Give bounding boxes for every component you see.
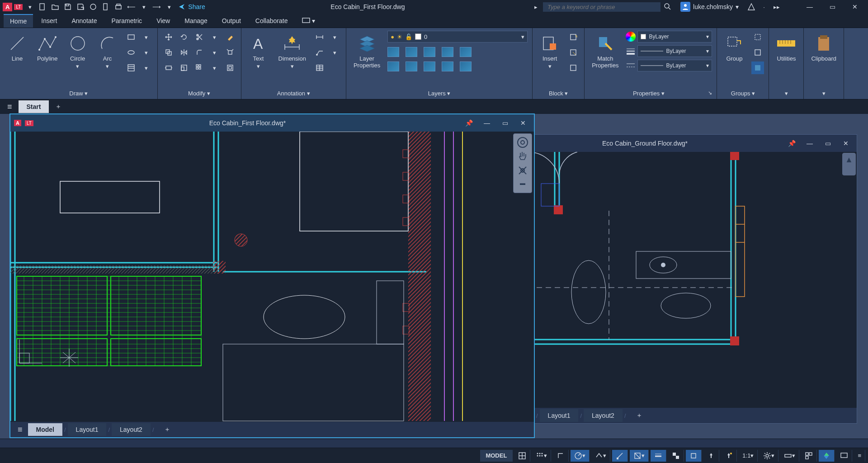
doc-tab-layout1[interactable]: Layout1 xyxy=(540,409,579,422)
status-hardware-accel-icon[interactable] xyxy=(819,450,835,462)
layer-iso-icon[interactable] xyxy=(406,47,417,57)
layer-lock-icon[interactable] xyxy=(442,47,453,57)
status-transparency-icon[interactable] xyxy=(668,450,684,462)
layer-match-icon[interactable] xyxy=(387,61,399,71)
zoom-extents-icon[interactable] xyxy=(516,165,529,175)
search-caret-icon[interactable]: ▸ xyxy=(530,1,541,12)
pan-icon[interactable] xyxy=(516,151,529,161)
fillet-icon[interactable] xyxy=(193,46,206,59)
status-units-icon[interactable]: ▾ xyxy=(780,450,799,462)
save-icon[interactable] xyxy=(62,1,73,12)
doc-close[interactable]: ✕ xyxy=(516,116,530,130)
status-quickprops-icon[interactable] xyxy=(801,450,817,462)
dropdown-icon[interactable]: ▾ xyxy=(140,46,153,59)
copy-icon[interactable] xyxy=(162,46,175,59)
doc-canvas[interactable]: ▬ xyxy=(10,132,534,422)
create-block-icon[interactable] xyxy=(567,31,580,43)
save-as-icon[interactable] xyxy=(75,1,86,12)
doc-tab-layout2[interactable]: Layout2 xyxy=(112,423,151,436)
erase-icon[interactable] xyxy=(224,31,236,43)
mirror-icon[interactable] xyxy=(178,46,190,59)
panel-title-utilities[interactable]: ▾ xyxy=(774,89,799,98)
undo-icon[interactable]: ⟵ xyxy=(126,1,137,12)
status-snap-icon[interactable]: ▾ xyxy=(532,450,551,462)
status-otrack-icon[interactable]: ▾ xyxy=(630,450,649,462)
layer-off-icon[interactable] xyxy=(387,47,399,57)
layer-make-current-icon[interactable] xyxy=(460,47,472,57)
undo-dropdown[interactable]: ▾ xyxy=(138,1,149,12)
stretch-icon[interactable] xyxy=(162,61,175,74)
linear-dim-icon[interactable] xyxy=(313,31,326,43)
panel-title-properties[interactable]: Properties ▾ ↘ xyxy=(589,89,712,98)
autodesk-app-icon[interactable] xyxy=(746,1,757,12)
pin-icon[interactable]: 📌 xyxy=(462,116,476,130)
rectangle-icon[interactable] xyxy=(125,31,137,43)
tab-collaborate[interactable]: Collaborate xyxy=(249,14,294,27)
dropdown-icon[interactable]: ▾ xyxy=(208,61,221,74)
status-clean-screen-icon[interactable] xyxy=(836,450,852,462)
doc-canvas[interactable]: ▲ xyxy=(482,152,857,408)
dropdown-icon[interactable]: ▾ xyxy=(140,31,153,43)
doc-close[interactable]: ✕ xyxy=(839,136,853,151)
app-menu-dropdown[interactable]: ▾ xyxy=(24,1,35,12)
explode-icon[interactable] xyxy=(224,46,236,59)
lineweight-icon[interactable] xyxy=(626,46,636,56)
file-tab-menu-icon[interactable]: ≡ xyxy=(3,102,17,112)
tab-insert[interactable]: Insert xyxy=(35,14,63,27)
dropdown-icon[interactable]: ▾ xyxy=(329,46,341,59)
status-ortho-icon[interactable] xyxy=(553,450,569,462)
redo-icon[interactable]: ⟶ xyxy=(151,1,162,12)
tool-group[interactable]: Group xyxy=(722,31,747,64)
panel-title-annotation[interactable]: Annotation ▾ xyxy=(246,89,341,98)
layer-unlock-icon[interactable] xyxy=(442,61,453,71)
scale-icon[interactable] xyxy=(178,61,190,74)
status-customize-icon[interactable]: ≡ xyxy=(854,450,865,462)
panel-title-layers[interactable]: Layers ▾ xyxy=(351,89,528,98)
steering-wheel-icon[interactable] xyxy=(516,137,529,146)
status-annovisibility-icon[interactable] xyxy=(721,450,737,462)
search-icon[interactable] xyxy=(662,1,673,12)
doc-titlebar[interactable]: A LT Eco Cabin_First Floor.dwg* 📌 — ▭ ✕ xyxy=(10,114,534,132)
doc-maximize[interactable]: ▭ xyxy=(498,116,512,130)
leader-icon[interactable] xyxy=(313,46,326,59)
tab-output[interactable]: Output xyxy=(216,14,247,27)
doc-minimize[interactable]: — xyxy=(480,116,494,130)
status-annoscale-icon[interactable] xyxy=(703,450,719,462)
color-wheel-icon[interactable] xyxy=(626,32,636,42)
doc-tab-model[interactable]: Model xyxy=(28,423,62,436)
tool-clipboard[interactable]: Clipboard xyxy=(808,31,839,64)
dropdown-icon[interactable]: ▾ xyxy=(208,31,221,43)
ungroup-icon[interactable] xyxy=(751,31,764,43)
group-bbox-icon[interactable] xyxy=(751,61,764,74)
window-restore[interactable]: ▭ xyxy=(822,0,843,14)
hatch-icon[interactable] xyxy=(125,61,137,74)
layer-selector[interactable]: ● ☀ 🔓 0 ▾ xyxy=(387,31,528,43)
doc-tab-add[interactable]: ＋ xyxy=(156,423,179,436)
tool-dimension[interactable]: Dimension▾ xyxy=(276,31,309,71)
file-tab-start[interactable]: Start xyxy=(19,100,49,113)
navigation-bar[interactable]: ▬ xyxy=(513,133,532,193)
status-scale[interactable]: 1:1 ▾ xyxy=(739,450,758,462)
dialog-launcher-icon[interactable]: ↘ xyxy=(708,90,712,96)
file-tab-new[interactable]: ＋ xyxy=(51,100,66,113)
status-lwt-icon[interactable] xyxy=(651,450,666,462)
dropdown-icon[interactable]: ▾ xyxy=(329,31,341,43)
status-selection-cycle-icon[interactable] xyxy=(686,450,702,462)
linetype-icon[interactable] xyxy=(626,61,636,71)
tab-manage[interactable]: Manage xyxy=(178,14,214,27)
window-close[interactable]: ✕ xyxy=(844,0,865,14)
search-input[interactable] xyxy=(543,2,660,12)
tool-layer-properties[interactable]: Layer Properties xyxy=(351,31,383,71)
plot-icon[interactable] xyxy=(113,1,124,12)
tab-annotate[interactable]: Annotate xyxy=(65,14,103,27)
scroll-corner[interactable]: ▲ xyxy=(842,153,856,175)
panel-title-clipboard[interactable]: ▾ xyxy=(808,89,839,98)
status-model-space[interactable]: MODEL xyxy=(480,450,513,462)
ellipse-icon[interactable] xyxy=(125,46,137,59)
tab-home[interactable]: Home xyxy=(4,14,33,28)
new-icon[interactable] xyxy=(37,1,48,12)
lineweight-selector[interactable]: ByLayer▾ xyxy=(637,45,712,57)
status-isodraft-icon[interactable]: ▾ xyxy=(591,450,610,462)
tool-line[interactable]: Line xyxy=(5,31,30,64)
group-edit-icon[interactable] xyxy=(751,46,764,59)
